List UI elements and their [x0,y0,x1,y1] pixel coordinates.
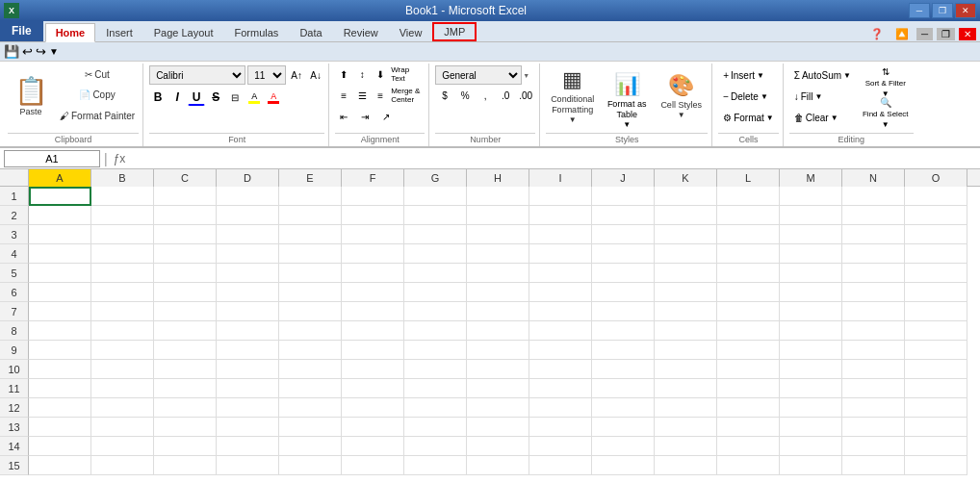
cell-L14[interactable] [717,437,780,456]
cell-G2[interactable] [404,206,467,225]
cell-F12[interactable] [342,398,404,418]
cell-E9[interactable] [279,341,342,360]
cell-M15[interactable] [780,456,842,475]
cell-N9[interactable] [842,341,905,360]
cell-E4[interactable] [279,244,342,264]
cell-D7[interactable] [217,302,279,321]
cell-O11[interactable] [905,379,967,398]
tab-file[interactable]: File [0,20,43,41]
cell-M5[interactable] [780,264,842,283]
cell-D2[interactable] [217,206,279,225]
cell-D8[interactable] [217,321,279,341]
cell-J11[interactable] [592,379,655,398]
cell-G4[interactable] [404,244,467,264]
cell-E5[interactable] [279,264,342,283]
sort-filter-button[interactable]: ⇅ Sort & Filter ▼ [858,65,914,94]
cell-L10[interactable] [717,360,780,379]
cell-O6[interactable] [905,283,967,302]
cell-K7[interactable] [655,302,717,321]
fill-color-button[interactable]: A [245,89,263,106]
cell-K14[interactable] [655,437,717,456]
cell-A6[interactable] [29,283,91,302]
cell-K6[interactable] [655,283,717,302]
cell-B14[interactable] [91,437,154,456]
cell-C14[interactable] [154,437,217,456]
cell-B13[interactable] [91,418,154,437]
cell-B11[interactable] [91,379,154,398]
cell-N15[interactable] [842,456,905,475]
wrap-text-button[interactable]: Wrap Text [390,65,425,83]
cell-L5[interactable] [717,264,780,283]
tab-view[interactable]: View [389,22,433,41]
row-header-8[interactable]: 8 [0,321,29,341]
row-header-9[interactable]: 9 [0,341,29,360]
cell-F13[interactable] [342,418,404,437]
cell-E6[interactable] [279,283,342,302]
cell-F15[interactable] [342,456,404,475]
cell-H1[interactable] [467,187,529,206]
cell-O10[interactable] [905,360,967,379]
cell-J14[interactable] [592,437,655,456]
cell-M10[interactable] [780,360,842,379]
cell-I12[interactable] [529,398,592,418]
font-size-select[interactable]: 11 8 10 12 14 [247,65,286,85]
cell-O9[interactable] [905,341,967,360]
cell-H9[interactable] [467,341,529,360]
cell-F4[interactable] [342,244,404,264]
cell-I13[interactable] [529,418,592,437]
text-direction-button[interactable]: ↗ [377,108,395,125]
cell-A15[interactable] [29,456,91,475]
border-button[interactable]: ⊟ [226,89,244,106]
cell-M12[interactable] [780,398,842,418]
cell-D13[interactable] [217,418,279,437]
cell-E1[interactable] [279,187,342,206]
cell-F7[interactable] [342,302,404,321]
cell-L3[interactable] [717,225,780,244]
cell-E15[interactable] [279,456,342,475]
align-bottom-button[interactable]: ⬇ [372,65,389,83]
cell-F6[interactable] [342,283,404,302]
cell-C2[interactable] [154,206,217,225]
insert-button[interactable]: + Insert ▼ [718,65,769,85]
format-painter-button[interactable]: 🖌 Format Painter [56,107,139,125]
cell-H14[interactable] [467,437,529,456]
cell-M14[interactable] [780,437,842,456]
cell-D15[interactable] [217,456,279,475]
cell-J4[interactable] [592,244,655,264]
cell-I11[interactable] [529,379,592,398]
cell-M1[interactable] [780,187,842,206]
cell-D5[interactable] [217,264,279,283]
row-header-12[interactable]: 12 [0,398,29,418]
cell-N5[interactable] [842,264,905,283]
cell-C11[interactable] [154,379,217,398]
cell-C3[interactable] [154,225,217,244]
cell-G12[interactable] [404,398,467,418]
cell-D3[interactable] [217,225,279,244]
col-header-I[interactable]: I [529,169,592,187]
cell-J15[interactable] [592,456,655,475]
tab-formulas[interactable]: Formulas [224,22,290,41]
minimize-button[interactable]: ─ [909,3,930,18]
cell-H15[interactable] [467,456,529,475]
cell-K13[interactable] [655,418,717,437]
cell-D11[interactable] [217,379,279,398]
row-header-14[interactable]: 14 [0,437,29,456]
cell-B7[interactable] [91,302,154,321]
cell-O13[interactable] [905,418,967,437]
quick-save-icon[interactable]: 💾 [4,44,19,59]
cell-G11[interactable] [404,379,467,398]
cell-K11[interactable] [655,379,717,398]
cell-K2[interactable] [655,206,717,225]
delete-button[interactable]: − Delete ▼ [718,87,773,106]
cell-J5[interactable] [592,264,655,283]
cell-L8[interactable] [717,321,780,341]
clear-button[interactable]: 🗑 Clear ▼ [789,108,856,127]
col-header-H[interactable]: H [467,169,529,187]
cell-N10[interactable] [842,360,905,379]
increase-decimal-button[interactable]: .00 [516,87,535,104]
cell-M8[interactable] [780,321,842,341]
font-name-select[interactable]: Calibri Arial Times New Roman [149,65,245,85]
tab-jmp[interactable]: JMP [432,22,477,41]
cell-C8[interactable] [154,321,217,341]
cell-H6[interactable] [467,283,529,302]
